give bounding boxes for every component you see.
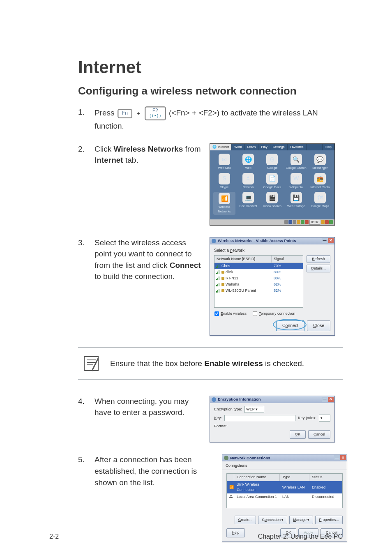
step-3-text-b: to build the connection.: [95, 272, 175, 281]
tab-favorites[interactable]: Favorites: [288, 144, 307, 150]
app-web-mail[interactable]: ✉Web Mail: [213, 154, 235, 171]
wifi-dialog-title: Wireless Networks - Visible Access Point…: [218, 238, 296, 244]
chapter-label: Chapter 2: Using the Eee PC: [258, 533, 343, 540]
tab-play[interactable]: Play: [258, 144, 270, 150]
step-2-text-a: Click: [95, 145, 113, 153]
internet-tab-screenshot: 🌐Internet Work Learn Play Settings Favor…: [210, 143, 335, 226]
app-network[interactable]: 🖧Network: [237, 173, 259, 190]
tab-learn[interactable]: Learn: [245, 144, 258, 150]
app-video-search[interactable]: 🎬Video Search: [261, 192, 283, 215]
app-messenger[interactable]: 💬Messenger: [309, 154, 331, 171]
step-2-text: Click Wireless Networks from Internet ta…: [95, 143, 201, 166]
select-network-label: Select a network:: [214, 248, 330, 254]
minimize-button[interactable]: —: [322, 397, 327, 402]
taskbar: 08:37: [210, 219, 334, 225]
network-row[interactable]: WL-520GU Parent 82%: [214, 288, 303, 294]
fn-key-icon: Fn: [118, 109, 132, 118]
minimize-button[interactable]: —: [334, 455, 340, 460]
step-2-text-c: tab.: [125, 156, 138, 164]
connection-row[interactable]: 🖧 Local Area Connection 1 LAN Disconnect…: [227, 493, 342, 500]
app-internet-radio[interactable]: 📻Internet Radio: [309, 173, 331, 190]
encryption-dialog: Encryption Information — ✕ Encryption ty…: [210, 396, 335, 443]
connect-button[interactable]: Connect: [276, 320, 304, 331]
refresh-button[interactable]: Refresh: [307, 255, 330, 263]
app-eee-connect[interactable]: 💻Eee Connect: [237, 192, 259, 215]
step-2: 2. Click Wireless Networks from Internet…: [78, 143, 343, 226]
step-5-text: After a connection has been established,…: [95, 454, 214, 488]
section-subheading: Configuring a wireless network connectio…: [78, 85, 343, 97]
svg-rect-2: [219, 264, 219, 268]
manage-dropdown-button[interactable]: Manage ▾: [289, 516, 313, 524]
app-google-docs[interactable]: 📄Google Docs: [261, 173, 283, 190]
enable-wireless-checkbox[interactable]: Enable wireless: [214, 311, 247, 316]
page-number: 2-2: [49, 533, 59, 540]
close-dialog-button[interactable]: Close: [307, 320, 330, 331]
svg-rect-6: [216, 279, 217, 280]
svg-rect-4: [217, 272, 218, 274]
key-index-select[interactable]: ▾: [319, 415, 330, 422]
svg-rect-3: [216, 273, 217, 274]
step-1-number: 1.: [78, 106, 87, 132]
key-label: Key:: [214, 415, 222, 421]
network-row[interactable]: Chris 70%: [214, 263, 303, 269]
enc-title-icon: [212, 397, 216, 402]
page-heading: Internet: [78, 58, 343, 77]
net-dialog-titlebar: Network Connections — ✕: [222, 454, 347, 461]
details-button[interactable]: Details...: [307, 265, 330, 272]
network-row[interactable]: Wahaha 62%: [214, 281, 303, 288]
key-input[interactable]: [224, 415, 295, 421]
ok-button[interactable]: OK: [290, 430, 306, 439]
create-button[interactable]: Create...: [235, 516, 256, 524]
network-list[interactable]: Network Name [ESSID] Signal Chris 70% dl…: [214, 255, 303, 308]
app-igoogle[interactable]: GiGoogle: [261, 154, 283, 171]
step-4: 4. When connecting, you may have to ente…: [78, 396, 343, 443]
tab-work[interactable]: Work: [232, 144, 245, 150]
col-type: Type: [280, 474, 309, 481]
tab-bar: 🌐Internet Work Learn Play Settings Favor…: [210, 144, 334, 150]
close-button[interactable]: ✕: [328, 397, 334, 402]
step-5: 5. After a connection has been establish…: [78, 454, 343, 542]
tab-internet[interactable]: 🌐Internet: [210, 144, 232, 150]
close-button[interactable]: ✕: [328, 238, 334, 243]
cancel-button[interactable]: Cancel: [308, 430, 330, 439]
temporary-connection-checkbox[interactable]: Temporary connection: [252, 311, 295, 316]
step-1-text-pre: Press: [95, 108, 117, 117]
svg-rect-12: [216, 291, 217, 293]
app-wireless-networks[interactable]: 📶Wireless Networks: [213, 192, 235, 215]
app-web[interactable]: 🌐Web: [237, 154, 259, 171]
encryption-type-select[interactable]: WEP ▾: [244, 406, 264, 413]
minimize-button[interactable]: —: [322, 238, 327, 243]
col-connection-name: Connection Name: [234, 474, 280, 481]
app-google-search[interactable]: 🔍Google Search: [285, 154, 307, 171]
connection-dropdown-button[interactable]: Connection ▾: [258, 516, 287, 524]
step-1: 1. Press Fn + F2 ((•)) (<Fn> + <F2>) to …: [78, 106, 343, 132]
note-icon: [81, 354, 101, 373]
close-button[interactable]: ✕: [340, 455, 346, 460]
properties-button[interactable]: Properties...: [315, 516, 343, 524]
lock-icon: [221, 289, 224, 292]
network-row[interactable]: dlink 80%: [214, 269, 303, 275]
svg-rect-14: [219, 289, 219, 293]
wifi-dialog-titlebar: Wireless Networks - Visible Access Point…: [210, 237, 334, 244]
clock: 08:37: [309, 220, 320, 225]
connections-table[interactable]: Connection Name Type Status 📶 dlink Wire…: [226, 473, 343, 508]
svg-rect-8: [219, 277, 219, 280]
col-status: Status: [309, 474, 342, 481]
svg-rect-13: [217, 290, 218, 293]
tab-settings[interactable]: Settings: [270, 144, 288, 150]
step-3: 3. Select the wireless access point you …: [78, 237, 343, 336]
enc-dialog-titlebar: Encryption Information — ✕: [210, 396, 334, 403]
app-skype[interactable]: SSkype: [213, 173, 235, 190]
tab-help[interactable]: Help: [323, 144, 334, 150]
app-web-storage[interactable]: 💾Web Storage: [285, 192, 307, 215]
step-3-bold-a: Connect: [170, 261, 201, 270]
format-label: Format:: [214, 423, 228, 429]
system-tray: [284, 220, 309, 224]
plus-sign: +: [137, 110, 141, 117]
network-row[interactable]: RT-N11 80%: [214, 275, 303, 281]
connection-row[interactable]: 📶 dlink Wireless Connection Wireless LAN…: [227, 481, 342, 493]
lock-icon: [221, 277, 224, 280]
app-google-maps[interactable]: 🗺Google Maps: [309, 192, 331, 215]
connections-menu[interactable]: Connections: [222, 461, 347, 470]
app-wikipedia[interactable]: WWikipedia: [285, 173, 307, 190]
